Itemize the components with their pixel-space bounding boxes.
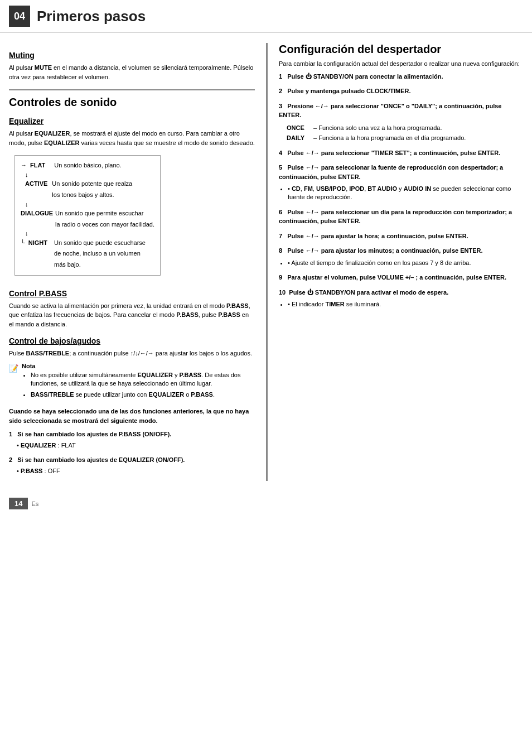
once-row: ONCE – Funciona solo una vez a la hora p… xyxy=(287,123,523,133)
muting-text: Al pulsar MUTE en el mando a distancia, … xyxy=(9,63,255,81)
once-daily-table: ONCE – Funciona solo una vez a la hora p… xyxy=(287,123,523,143)
step8-bullet-1: • Ajuste el tiempo de finalización como … xyxy=(288,259,523,267)
page-footer: 14 Es xyxy=(0,492,532,515)
note-bullets: No es posible utilizar simultáneamente E… xyxy=(31,371,255,399)
step-9: 9 Para ajustar el volumen, pulse VOLUME … xyxy=(279,273,523,282)
step10-bullets: • El indicador TIMER se iluminará. xyxy=(288,300,523,309)
pbass-text: Cuando se activa la alimentación por pri… xyxy=(9,301,255,329)
eq-diagram: → FLAT Un sonido básico, plano. ↓ ACTIVE… xyxy=(14,155,161,276)
eq-active-label: ACTIVE xyxy=(25,179,47,190)
step5-bullets: • CD, FM, USB/IPOD, IPOD, BT AUDIO y AUD… xyxy=(288,185,523,202)
note-content: Nota No es posible utilizar simultáneame… xyxy=(22,363,255,402)
note-bullet-2: BASS/TREBLE se puede utilizar junto con … xyxy=(31,391,255,399)
eq-flat-row: → FLAT Un sonido básico, plano. xyxy=(21,160,154,171)
eq-dialogue-row: DIALOGUE Un sonido que permite escucharl… xyxy=(21,208,154,230)
note-box: 📝 Nota No es posible utilizar simultánea… xyxy=(9,363,255,402)
daily-row: DAILY – Funciona a la hora programada en… xyxy=(287,133,523,143)
equalizer-intro: Al pulsar EQUALIZER, se mostrará el ajus… xyxy=(9,129,255,147)
eq-night-label: NIGHT xyxy=(28,238,47,249)
note-icon: 📝 xyxy=(9,364,18,373)
page-title: Primeros pasos xyxy=(37,8,146,25)
item1-bullet: • EQUALIZER : FLAT xyxy=(17,441,255,450)
eq-flat-label: FLAT xyxy=(30,160,45,171)
alarm-intro: Para cambiar la configuración actual del… xyxy=(279,59,523,69)
step10-bullet-1: • El indicador TIMER se iluminará. xyxy=(288,300,523,309)
once-label: ONCE xyxy=(287,123,309,133)
eq-night-desc: Un sonido que puede escucharsede noche, … xyxy=(54,238,146,271)
right-column: Configuración del despertador Para cambi… xyxy=(266,43,523,481)
step-10: 10 Pulse ⏻ STANDBY/ON para activar el mo… xyxy=(279,288,523,309)
step-2: 2 Pulse y mantenga pulsado CLOCK/TIMER. xyxy=(279,86,523,96)
lang-code: Es xyxy=(31,500,38,507)
note-title: Nota xyxy=(22,363,255,369)
step-6: 6 Pulse ←/→ para seleccionar un día para… xyxy=(279,208,523,226)
page-number: 14 xyxy=(9,498,28,509)
step5-bullet-1: • CD, FM, USB/IPOD, IPOD, BT AUDIO y AUD… xyxy=(288,185,523,202)
arrow-down-3: ↓ xyxy=(25,230,154,237)
eq-active-desc: Un sonido potente que realzalos tonos ba… xyxy=(52,179,132,201)
chapter-number: 04 xyxy=(9,6,30,27)
alarm-title: Configuración del despertador xyxy=(279,43,523,56)
once-desc: – Funciona solo una vez a la hora progra… xyxy=(313,123,442,133)
bass-treble-text: Pulse BASS/TREBLE; a continuación pulse … xyxy=(9,349,255,358)
item2-bullet: • P.BASS : OFF xyxy=(17,466,255,476)
eq-active-row: ACTIVE Un sonido potente que realzalos t… xyxy=(21,179,154,201)
bass-treble-title: Control de bajos/agudos xyxy=(9,336,255,345)
arrow-down-2: ↓ xyxy=(25,201,154,208)
note-bullet-1: No es posible utilizar simultáneamente E… xyxy=(31,371,255,388)
muting-title: Muting xyxy=(9,51,255,60)
step-1: 1 Pulse ⏻ STANDBY/ON para conectar la al… xyxy=(279,72,523,81)
equalizer-title: Equalizer xyxy=(9,117,255,126)
step-5: 5 Pulse ←/→ para seleccionar la fuente d… xyxy=(279,163,523,202)
warning-text: Cuando se haya seleccionado una de las d… xyxy=(9,407,255,425)
left-column: Muting Al pulsar MUTE en el mando a dist… xyxy=(9,43,266,481)
item1: 1 Si se han cambiado los ajustes de P.BA… xyxy=(9,430,255,450)
arrow-down-1: ↓ xyxy=(25,171,154,179)
item2: 2 Si se han cambiado los ajustes de EQUA… xyxy=(9,455,255,475)
eq-night-row: └ NIGHT Un sonido que puede escucharsede… xyxy=(21,238,154,271)
step-3: 3 Presione ←/→ para seleccionar "ONCE" o… xyxy=(279,102,523,143)
eq-flat-desc: Un sonido básico, plano. xyxy=(54,160,121,171)
pbass-title: Control P.BASS xyxy=(9,289,255,298)
controls-divider xyxy=(9,89,255,90)
page-header: 04 Primeros pasos xyxy=(0,0,532,33)
page-wrapper: 04 Primeros pasos Muting Al pulsar MUTE … xyxy=(0,0,532,515)
step-4: 4 Pulse ←/→ para seleccionar "TIMER SET"… xyxy=(279,148,523,158)
controls-title: Controles de sonido xyxy=(9,96,255,109)
daily-desc: – Funciona a la hora programada en el dí… xyxy=(313,133,466,143)
item1-header: 1 Si se han cambiado los ajustes de P.BA… xyxy=(9,430,255,439)
step8-bullets: • Ajuste el tiempo de finalización como … xyxy=(288,259,523,267)
eq-dialogue-label: DIALOGUE xyxy=(21,208,53,219)
eq-dialogue-desc: Un sonido que permite escucharla radio o… xyxy=(55,208,154,230)
content-wrapper: Muting Al pulsar MUTE en el mando a dist… xyxy=(0,43,532,481)
step-7: 7 Pulse ←/→ para ajustar la hora; a cont… xyxy=(279,232,523,241)
daily-label: DAILY xyxy=(287,133,309,143)
item2-header: 2 Si se han cambiado los ajustes de EQUA… xyxy=(9,455,255,465)
step-8: 8 Pulse ←/→ para ajustar los minutos; a … xyxy=(279,246,523,267)
